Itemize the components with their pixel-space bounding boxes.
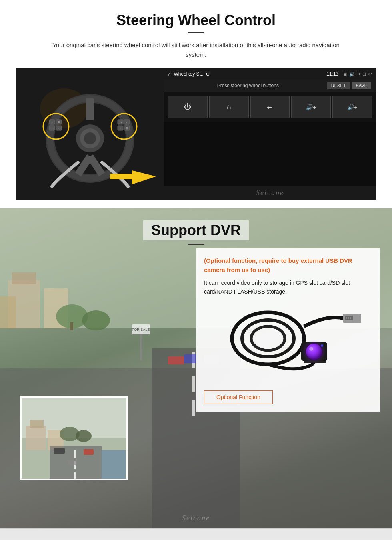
wheelkey-label: Press steering wheel buttons [169,83,327,88]
power-button[interactable]: ⏻ [168,96,208,118]
dvr-title: Support DVR [143,220,249,240]
svg-text:○: ○ [120,127,121,130]
svg-rect-69 [346,317,347,319]
svg-text:+: + [51,121,53,124]
preview-scene-svg [22,398,128,480]
optional-function-label[interactable]: Optional Function [204,390,273,404]
svg-rect-37 [70,322,73,330]
dvr-title-area: Support DVR [0,208,392,253]
dvr-description: It can record video only to storage in G… [204,278,372,296]
vol-down-button[interactable]: 🔊+ [332,96,372,118]
app-name-label: Wheelkey St... ψ [174,71,324,77]
status-icons: ▣ 🔊 ✕ ⊡ ↩ [343,71,372,77]
camera-status-icon: ▣ [343,72,347,77]
steering-wheel-bg: + - ≡ ↩ ▷ ◁ ○ ⊞ [16,68,164,200]
svg-text:↩: ↩ [58,126,60,130]
dvr-optional-text: (Optional function, require to buy exter… [204,256,372,274]
svg-point-9 [84,132,96,144]
close-icon: ✕ [357,72,360,77]
svg-rect-61 [84,449,94,455]
svg-rect-57 [74,450,76,458]
svg-rect-34 [0,296,16,328]
volume-icon: 🔊 [349,72,355,77]
wheelkey-header: Press steering wheel buttons RESET SAVE [164,80,376,92]
back-button[interactable]: ↩ [250,96,290,118]
svg-rect-32 [12,272,36,284]
svg-point-36 [82,310,110,330]
svg-rect-29 [110,174,133,179]
screen-empty-area [164,122,376,186]
svg-rect-51 [26,426,46,450]
dvr-camera-svg [208,302,368,382]
svg-rect-41 [192,376,195,392]
svg-rect-63 [102,450,126,480]
steering-wheel-svg: + - ≡ ↩ ▷ ◁ ○ ⊞ [16,68,164,200]
svg-text:⊞: ⊞ [126,127,128,130]
svg-rect-71 [350,317,351,319]
dvr-title-divider [188,244,204,245]
bottom-bar [0,528,392,540]
seicane-watermark-swc: Seicane [164,186,376,200]
svg-text:≡: ≡ [58,120,60,124]
android-screen: ⌂ Wheelkey St... ψ 11:13 ▣ 🔊 ✕ ⊡ ↩ Press… [164,68,376,200]
svg-point-66 [251,326,285,350]
reset-button[interactable]: RESET [327,82,350,89]
save-button[interactable]: SAVE [352,82,371,89]
steering-wheel-section: Steering Wheel Control Your original car… [0,0,392,208]
svg-point-55 [76,430,92,442]
svg-rect-42 [192,400,195,416]
status-time: 11:13 [326,71,338,77]
svg-point-77 [302,340,326,364]
swc-subtitle: Your original car's steering wheel contr… [44,40,348,60]
dvr-camera-image [204,302,372,382]
dvr-section: FOR SALE Support DVR [0,208,392,528]
svg-rect-60 [54,448,65,454]
swc-title: Steering Wheel Control [16,12,376,29]
home-button[interactable]: ⌂ [209,96,249,118]
dvr-content-box: (Optional function, require to buy exter… [196,248,380,412]
steering-wheel-image: + - ≡ ↩ ▷ ◁ ○ ⊞ [16,68,164,200]
swc-image-container: + - ≡ ↩ ▷ ◁ ○ ⊞ [16,68,376,200]
svg-rect-59 [74,472,76,480]
seicane-watermark-dvr: Seicane [182,514,210,522]
dvr-preview-image [20,396,128,480]
svg-rect-52 [30,420,44,428]
svg-text:FOR SALE: FOR SALE [132,328,150,332]
window-icon: ⊡ [362,72,366,77]
status-bar: ⌂ Wheelkey St... ψ 11:13 ▣ 🔊 ✕ ⊡ ↩ [164,68,376,80]
home-icon: ⌂ [168,71,171,77]
back-icon: ↩ [368,71,372,77]
swc-title-divider [188,32,204,33]
optional-function-button[interactable]: Optional Function [204,388,372,404]
vol-up-button[interactable]: 🔊+ [291,96,331,118]
svg-rect-70 [348,317,349,319]
svg-point-79 [321,344,323,347]
svg-rect-62 [68,460,76,465]
wheelkey-buttons-row: ⏻ ⌂ ↩ 🔊+ 🔊+ [164,92,376,122]
svg-rect-43 [168,356,184,364]
svg-point-78 [309,347,313,351]
